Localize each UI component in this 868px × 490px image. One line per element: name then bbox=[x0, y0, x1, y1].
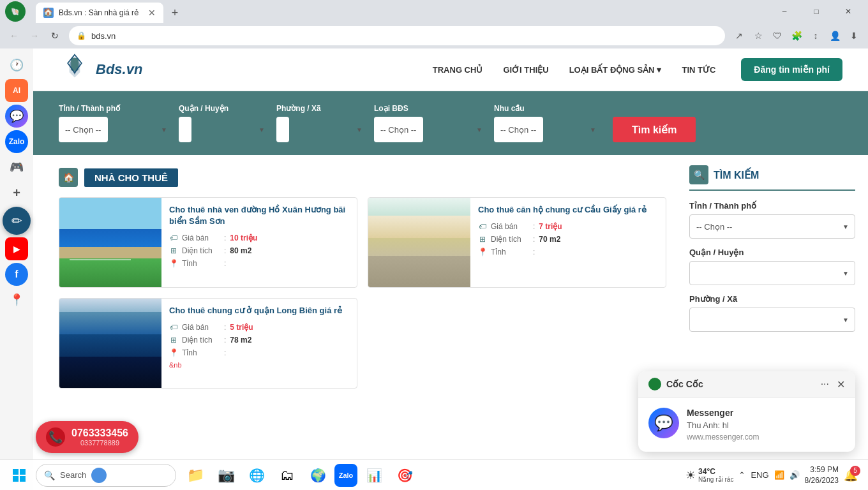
gia-value-2: 7 triệu bbox=[539, 222, 562, 231]
sidebar-add-icon[interactable]: + bbox=[5, 181, 28, 204]
popup-title: Messenger bbox=[687, 408, 845, 418]
nav-loai-bds[interactable]: LOẠI BẤT ĐỘNG SẢN ▾ bbox=[569, 65, 662, 75]
clock-date: 8/26/2023 bbox=[805, 475, 839, 486]
phone-button[interactable]: 📞 0763333456 0337778889 bbox=[36, 421, 138, 453]
star-icon[interactable]: ☆ bbox=[749, 27, 767, 45]
weather-temp: 34°C bbox=[698, 467, 733, 476]
nav-gioi-thieu[interactable]: GIỚI THIỆU bbox=[503, 65, 548, 75]
loai-label: Loại BĐS bbox=[374, 104, 489, 113]
popup-app-name: Cốc Cốc bbox=[648, 378, 703, 390]
listing-card-2[interactable]: Cho thuê căn hộ chung cư Cầu Giấy giá rẻ… bbox=[368, 197, 666, 288]
toolbar-icons: ↗ ☆ 🛡 🧩 ↕ 👤 ⬇ bbox=[730, 27, 863, 45]
sidebar-history-icon[interactable]: 🕐 bbox=[5, 54, 28, 77]
phone-secondary: 0337778889 bbox=[71, 439, 128, 447]
listing-detail-dt-3: ⊞ Diện tích : 78 m2 bbox=[169, 336, 349, 345]
taskbar-zalo-app[interactable]: Zalo bbox=[334, 464, 357, 487]
svg-rect-4 bbox=[13, 476, 19, 482]
wifi-icon[interactable]: 📶 bbox=[774, 470, 784, 480]
popup-messenger-icon: 💬 bbox=[648, 408, 679, 438]
nhu-select-wrapper: -- Chọn -- bbox=[494, 117, 602, 142]
popup-close-button[interactable]: ✕ bbox=[837, 378, 845, 390]
listing-detail-tinh-2: 📍 Tỉnh : bbox=[478, 248, 658, 256]
nav-trang-chu[interactable]: TRANG CHỦ bbox=[433, 65, 483, 75]
sidebar-tinh-select[interactable]: -- Chọn -- bbox=[689, 214, 855, 239]
maximize-button[interactable]: □ bbox=[802, 1, 831, 22]
share-icon[interactable]: ↗ bbox=[730, 27, 748, 45]
listing-card-3[interactable]: Cho thuê chung cư ở quận Long Biên giá r… bbox=[59, 298, 357, 389]
listing-detail-tinh-1: 📍 Tỉnh : bbox=[169, 259, 349, 268]
location-icon-2: 📍 bbox=[478, 248, 487, 256]
taskbar-folder[interactable]: 🗂 bbox=[273, 461, 301, 489]
popup-body: 💬 Messenger Thu Anh: hl www.messenger.co… bbox=[638, 397, 855, 452]
sync-icon[interactable]: ↕ bbox=[807, 27, 825, 45]
minimize-button[interactable]: – bbox=[770, 1, 799, 22]
forward-button[interactable]: → bbox=[26, 27, 43, 45]
shield-icon[interactable]: 🛡 bbox=[768, 27, 786, 45]
sidebar-quan-select[interactable] bbox=[689, 261, 855, 285]
taskbar-file-explorer[interactable]: 📁 bbox=[181, 461, 209, 489]
lang-indicator[interactable]: ENG bbox=[751, 470, 768, 480]
sidebar-maps-icon[interactable]: 📍 bbox=[5, 288, 28, 311]
listing-info-1: Cho thuê nhà ven đường Hồ Xuân Hương bãi… bbox=[161, 198, 357, 287]
taskbar-chrome[interactable]: 🌍 bbox=[304, 461, 332, 489]
chevron-down-icon: ▾ bbox=[657, 65, 661, 75]
refresh-button[interactable]: ↻ bbox=[46, 27, 64, 45]
sidebar-facebook-icon[interactable]: f bbox=[5, 263, 28, 286]
sidebar-field-phuong: Phường / Xã bbox=[689, 294, 855, 332]
search-field-tinh: Tỉnh / Thành phố -- Chọn -- bbox=[59, 104, 174, 142]
nav-tin-tuc[interactable]: TIN TỨC bbox=[682, 65, 715, 75]
volume-icon[interactable]: 🔊 bbox=[789, 470, 800, 480]
tinh-select[interactable]: -- Chọn -- bbox=[59, 117, 108, 142]
left-sidebar: 🕐 AI 💬 Zalo 🎮 + ✏ ▶ f 📍 ··· bbox=[0, 48, 33, 490]
gia-label-2: Giá bán bbox=[491, 222, 529, 231]
section-title-text: NHÀ CHO THUÊ bbox=[84, 168, 178, 187]
url-bar[interactable]: 🔒 bds.vn bbox=[69, 26, 725, 45]
taskbar-search-icon: 🔍 bbox=[44, 470, 55, 480]
weather-icon: ☀ bbox=[685, 468, 696, 482]
logo-area: Bds.vn bbox=[59, 54, 142, 85]
profile-icon[interactable]: 👤 bbox=[826, 27, 844, 45]
close-button[interactable]: ✕ bbox=[834, 1, 863, 22]
tab-close-button[interactable]: ✕ bbox=[148, 8, 156, 18]
taskbar-camera[interactable]: 📷 bbox=[212, 461, 240, 489]
popup-content: Messenger Thu Anh: hl www.messenger.com bbox=[687, 408, 845, 442]
taskbar-extra2[interactable]: 🎯 bbox=[391, 461, 419, 489]
taskbar-search-bar[interactable]: 🔍 Search bbox=[36, 464, 176, 487]
listing-info-3: Cho thuê chung cư ở quận Long Biên giá r… bbox=[161, 299, 357, 388]
sys-tray-chevron[interactable]: ⌃ bbox=[738, 470, 745, 480]
sidebar-ai-icon[interactable]: AI bbox=[5, 79, 28, 102]
quan-label: Quận / Huyện bbox=[179, 104, 271, 113]
register-button[interactable]: Đăng tin miễn phí bbox=[741, 58, 842, 81]
download-icon[interactable]: ⬇ bbox=[845, 27, 863, 45]
taskbar-clock[interactable]: 3:59 PM 8/26/2023 bbox=[805, 464, 839, 486]
popup-controls: ··· ✕ bbox=[821, 378, 845, 390]
dt-label-1: Diện tích bbox=[182, 246, 220, 255]
nhu-select[interactable]: -- Chọn -- bbox=[494, 117, 543, 142]
extensions-icon[interactable]: 🧩 bbox=[788, 27, 805, 45]
new-tab-button[interactable]: + bbox=[166, 4, 184, 22]
phuong-select[interactable] bbox=[276, 117, 289, 142]
sidebar-youtube-icon[interactable]: ▶ bbox=[5, 237, 28, 260]
loai-select[interactable]: -- Chọn -- bbox=[374, 117, 423, 142]
taskbar-apps: 📁 📷 🌐 🗂 🌍 Zalo 📊 🎯 bbox=[181, 461, 419, 489]
search-button[interactable]: Tìm kiếm bbox=[613, 117, 696, 142]
tab-title: Bđs.vn : Sàn nhà giá rẻ bbox=[59, 8, 138, 17]
weather-info: 34°C Nắng rải rác bbox=[698, 467, 733, 483]
quan-select[interactable] bbox=[179, 117, 191, 142]
sidebar-phuong-select[interactable] bbox=[689, 308, 855, 332]
tag-icon-3: 🏷 bbox=[169, 323, 178, 332]
listing-card-1[interactable]: Cho thuê nhà ven đường Hồ Xuân Hương bãi… bbox=[59, 197, 357, 288]
sidebar-search-title: 🔍 TÌM KIẾM bbox=[689, 165, 855, 191]
tag-icon-1: 🏷 bbox=[169, 234, 178, 242]
notification-center[interactable]: 🔔 5 bbox=[844, 468, 858, 482]
sidebar-edit-fab[interactable]: ✏ bbox=[3, 207, 31, 235]
sidebar-messenger-icon[interactable]: 💬 bbox=[5, 105, 28, 128]
sidebar-game-icon[interactable]: 🎮 bbox=[5, 156, 28, 179]
start-button[interactable] bbox=[5, 461, 33, 489]
sidebar-zalo-icon[interactable]: Zalo bbox=[5, 130, 28, 153]
active-tab[interactable]: 🏠 Bđs.vn : Sàn nhà giá rẻ ✕ bbox=[36, 3, 163, 23]
taskbar-edge[interactable]: 🌐 bbox=[243, 461, 271, 489]
taskbar-extra1[interactable]: 📊 bbox=[360, 461, 388, 489]
popup-options-button[interactable]: ··· bbox=[821, 378, 829, 390]
back-button[interactable]: ← bbox=[5, 27, 23, 45]
